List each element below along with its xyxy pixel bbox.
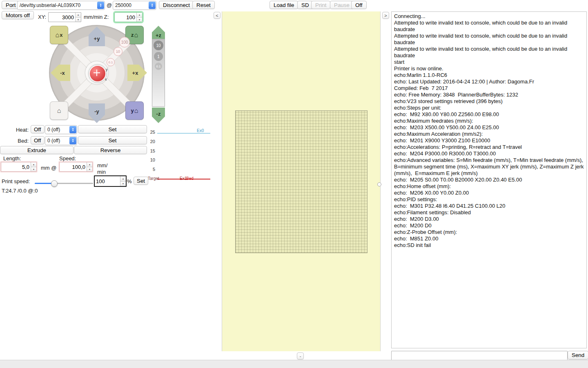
sd-button[interactable]: SD: [297, 1, 313, 9]
baud-select-value: 250000: [113, 2, 149, 8]
at-label: @: [107, 2, 112, 8]
temperature-graph: 25 20 15 10 5 Ex0 Target Ex1 Bed: [146, 128, 211, 182]
xy-feed-field[interactable]: [49, 13, 75, 22]
ex0-temp-line: [157, 133, 210, 134]
z-feed-label: mm/min Z:: [84, 14, 109, 20]
heat-off-button[interactable]: Off: [31, 125, 45, 133]
heat-label: Heat:: [16, 127, 29, 133]
extrude-length-stepper[interactable]: ▲▼: [31, 162, 36, 171]
mm-per-label: mm/: [97, 162, 107, 168]
graph-tick: 20: [147, 139, 155, 144]
z-step-1-button[interactable]: 1: [154, 52, 163, 61]
print-speed-input[interactable]: ▲▼: [94, 175, 127, 187]
collapse-log-panel-button[interactable]: >: [382, 12, 389, 19]
xy-feed-stepper[interactable]: ▲▼: [75, 13, 81, 22]
bed-label: Bed:: [16, 138, 29, 144]
percent-label: %: [127, 178, 132, 184]
graph-tick: 15: [147, 148, 155, 153]
home-y-button[interactable]: y⌂: [125, 101, 144, 120]
target-legend: Target: [148, 176, 159, 181]
bed-preset-value: 0 (off): [45, 138, 69, 144]
z-feed-input[interactable]: ▲▼: [114, 12, 143, 22]
jog-ring-label-0-1: 0.1: [107, 58, 115, 66]
heat-preset-value: 0 (off): [45, 127, 69, 132]
z-step-track[interactable]: 10 1 0.1: [152, 39, 165, 107]
print-button[interactable]: Print: [311, 1, 330, 9]
xy-feed-input[interactable]: ▲▼: [48, 12, 81, 22]
ex0-legend: Ex0: [197, 128, 204, 133]
bed-set-button[interactable]: Set: [78, 136, 147, 144]
center-y-label: y: [106, 67, 108, 72]
port-select[interactable]: /dev/tty.usbserial-AL039X70 ▲▼: [17, 1, 105, 10]
bed-preset-select[interactable]: 0 (off) ▲▼: [45, 136, 77, 145]
print-speed-label: Print speed:: [2, 178, 30, 184]
extrude-length-input[interactable]: ▲▼: [1, 162, 37, 172]
heat-preset-select[interactable]: 0 (off) ▲▼: [45, 125, 77, 134]
extrude-speed-input[interactable]: ▲▼: [59, 162, 93, 172]
log-output[interactable]: Connecting... Attempted to write invalid…: [391, 11, 587, 348]
home-z-label: z: [131, 32, 134, 38]
pronterface-window: Port /dev/tty.usbserial-AL039X70 ▲▼ @ 25…: [0, 0, 588, 368]
splitter-handle[interactable]: [377, 182, 381, 186]
jog-center-button[interactable]: [89, 65, 106, 82]
home-icon: ⌂: [56, 32, 60, 38]
bed-legend: Bed: [186, 176, 194, 181]
home-y-label: y: [131, 108, 134, 114]
jog-minus-y-label: -y: [94, 108, 99, 114]
jog-ring-label-100: 100: [119, 37, 130, 47]
z-minus-button[interactable]: -z: [152, 108, 165, 123]
slider-thumb[interactable]: [51, 180, 58, 187]
xy-feed-label: XY:: [38, 14, 46, 20]
viewer-zoom-out-button[interactable]: -: [297, 352, 304, 359]
z-feed-stepper[interactable]: ▲▼: [136, 13, 142, 22]
extrude-button[interactable]: Extrude: [0, 146, 74, 154]
z-feed-field[interactable]: [115, 13, 136, 22]
ex1-legend: Ex1: [180, 176, 187, 181]
print-speed-field[interactable]: [95, 176, 120, 186]
jog-minus-x-label: -x: [60, 70, 65, 76]
temperature-status: T:24.7 /0.0 @:0: [2, 188, 38, 194]
crosshair-icon: [96, 70, 97, 76]
print-bed-grid[interactable]: [235, 110, 368, 253]
home-icon: ⌂: [134, 108, 138, 114]
port-select-value: /dev/tty.usbserial-AL039X70: [18, 2, 97, 8]
off-button[interactable]: Off: [351, 1, 367, 9]
send-button[interactable]: Send: [568, 351, 588, 359]
home-icon: ⌂: [57, 108, 61, 114]
home-x-button[interactable]: ⌂x: [50, 26, 68, 44]
collapse-left-panel-button[interactable]: <: [214, 12, 220, 19]
z-step-10-button[interactable]: 10: [154, 40, 163, 50]
reset-button[interactable]: Reset: [192, 1, 215, 9]
z-jog-column[interactable]: +z 10 1 0.1 -z: [152, 26, 165, 120]
chevron-updown-icon: ▲▼: [69, 126, 76, 133]
baud-select[interactable]: 250000 ▲▼: [113, 1, 156, 10]
disconnect-button[interactable]: Disconnect: [159, 1, 194, 9]
z-plus-label: +z: [156, 32, 161, 38]
extrude-length-field[interactable]: [1, 162, 31, 171]
jog-ring-label-10: 10: [114, 47, 122, 56]
command-field[interactable]: [392, 351, 567, 360]
motors-off-button[interactable]: Motors off: [2, 11, 34, 19]
jog-plus-x-label: +x: [132, 70, 138, 76]
chevron-updown-icon: ▲▼: [97, 2, 104, 9]
bed-viewer[interactable]: [222, 11, 381, 351]
graph-tick: 10: [147, 157, 155, 162]
reverse-button[interactable]: Reverse: [74, 146, 147, 154]
print-speed-stepper[interactable]: ▲▼: [120, 176, 126, 186]
home-x-label: x: [60, 32, 62, 38]
jog-wheel[interactable]: +y -y -x +x ⌂x z⌂ ⌂ y⌂ 100 10 0.1 y x: [49, 25, 145, 121]
command-input[interactable]: [391, 351, 568, 360]
load-file-button[interactable]: Load file: [270, 1, 298, 9]
extrude-speed-stepper[interactable]: ▲▼: [87, 162, 92, 171]
bed-off-button[interactable]: Off: [31, 136, 45, 144]
graph-tick: 5: [147, 167, 155, 172]
min-label: min: [97, 169, 106, 175]
extrude-speed-field[interactable]: [60, 162, 87, 171]
z-minus-label: -z: [156, 111, 161, 117]
pause-button[interactable]: Pause: [330, 1, 354, 9]
print-speed-slider[interactable]: [35, 180, 93, 186]
jog-plus-y-label: +y: [94, 36, 100, 42]
heat-set-button[interactable]: Set: [78, 125, 147, 133]
home-all-button[interactable]: ⌂: [50, 101, 68, 120]
z-step-0-1-button[interactable]: 0.1: [155, 63, 162, 70]
